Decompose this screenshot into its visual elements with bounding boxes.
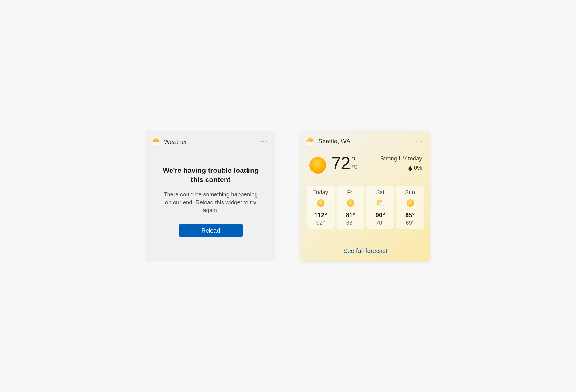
uv-alert-text: Strong UV today xyxy=(358,155,422,162)
more-icon xyxy=(416,141,422,142)
sun-icon xyxy=(316,198,325,208)
unit-fahrenheit[interactable]: °F xyxy=(352,156,358,163)
forecast-high: 112° xyxy=(309,211,333,218)
precipitation-value: 0% xyxy=(414,164,422,171)
forecast-high: 81° xyxy=(338,211,362,218)
reload-button[interactable]: Reload xyxy=(179,224,243,237)
unit-celsius[interactable]: °C xyxy=(352,163,358,170)
forecast-day-tile[interactable]: Sat90°70° xyxy=(366,186,394,229)
forecast-low: 69° xyxy=(398,220,422,226)
error-body: We're having trouble loading this conten… xyxy=(153,146,269,256)
forecast-day-label: Sun xyxy=(398,190,422,196)
current-conditions: 72 °F °C Strong UV today 0% xyxy=(307,154,424,175)
weather-card: Seattle, WA 72 °F °C Strong UV today xyxy=(301,131,430,261)
location-title: Seattle, WA xyxy=(318,138,414,145)
forecast-low: 68° xyxy=(338,220,362,226)
card-header: Weather xyxy=(153,137,269,146)
svg-point-3 xyxy=(317,199,324,207)
forecast-day-tile[interactable]: Fri81°68° xyxy=(337,186,364,229)
card-title: Weather xyxy=(164,138,259,145)
forecast-high: 90° xyxy=(368,211,392,218)
droplet-icon xyxy=(409,165,412,170)
svg-point-4 xyxy=(347,199,354,207)
svg-point-8 xyxy=(406,199,414,207)
svg-point-2 xyxy=(309,157,326,174)
error-title: We're having trouble loading this conten… xyxy=(158,166,263,184)
weather-error-card: Weather We're having trouble loading thi… xyxy=(146,131,275,261)
unit-toggle: °F °C xyxy=(352,156,358,170)
sun-icon xyxy=(346,198,355,208)
current-extras: Strong UV today 0% xyxy=(358,154,422,172)
forecast-day-label: Sat xyxy=(368,190,392,196)
forecast-low: 70° xyxy=(368,220,392,226)
error-description: There could be something happening on ou… xyxy=(160,190,261,214)
svg-point-7 xyxy=(378,203,382,206)
forecast-day-tile[interactable]: Today112°92° xyxy=(307,186,334,229)
more-options-button[interactable] xyxy=(259,137,269,146)
more-options-button[interactable] xyxy=(414,137,424,146)
partly-cloudy-icon xyxy=(375,198,385,208)
forecast-low: 92° xyxy=(309,220,333,226)
see-full-forecast-link[interactable]: See full forecast xyxy=(307,243,424,256)
precipitation: 0% xyxy=(358,164,422,171)
forecast-day-tile[interactable]: Sun85°69° xyxy=(396,186,424,229)
forecast-high: 85° xyxy=(398,211,422,218)
forecast-day-label: Today xyxy=(309,190,333,196)
forecast-day-label: Fri xyxy=(338,190,362,196)
weather-app-icon xyxy=(307,138,314,145)
more-icon xyxy=(261,141,267,142)
current-temperature: 72 xyxy=(332,154,350,172)
sun-icon xyxy=(309,156,327,175)
sun-icon xyxy=(405,198,415,208)
forecast-row: Today112°92°Fri81°68°Sat90°70°Sun85°69° xyxy=(307,186,424,229)
card-header: Seattle, WA xyxy=(307,137,424,146)
weather-app-icon xyxy=(153,138,160,145)
